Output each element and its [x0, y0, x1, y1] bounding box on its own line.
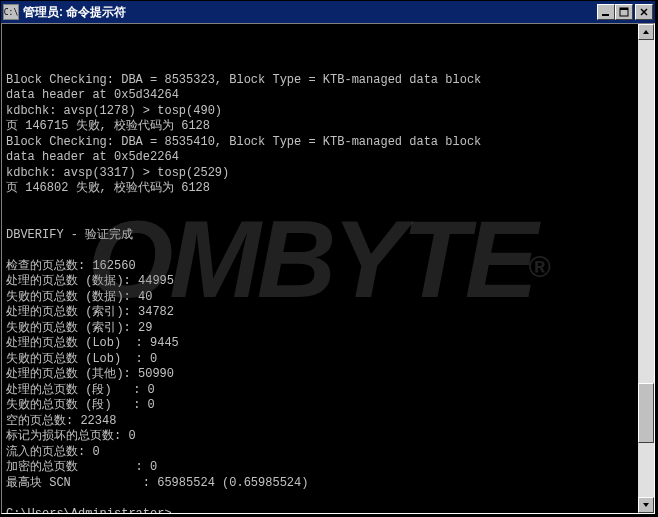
- terminal-line: 流入的页总数: 0: [6, 445, 638, 461]
- terminal-line: C:\Users\Administrator>: [6, 507, 638, 514]
- maximize-icon: [619, 7, 629, 17]
- arrow-down-icon: [642, 501, 650, 509]
- terminal-line: 页 146802 失败, 校验代码为 6128: [6, 181, 638, 197]
- minimize-icon: [601, 7, 611, 17]
- terminal-line: 加密的总页数 : 0: [6, 460, 638, 476]
- terminal-line: [6, 491, 638, 507]
- vertical-scrollbar[interactable]: [638, 24, 654, 513]
- terminal-line: 检查的页总数: 162560: [6, 259, 638, 275]
- terminal-line: data header at 0x5d34264: [6, 88, 638, 104]
- terminal-line: kdbchk: avsp(3317) > tosp(2529): [6, 166, 638, 182]
- minimize-button[interactable]: [597, 4, 615, 20]
- terminal-line: [6, 212, 638, 228]
- scroll-up-button[interactable]: [638, 24, 654, 40]
- client-area: OMBYTE® Block Checking: DBA = 8535323, B…: [1, 23, 655, 514]
- arrow-up-icon: [642, 28, 650, 36]
- terminal-line: Block Checking: DBA = 8535323, Block Typ…: [6, 73, 638, 89]
- scrollbar-track[interactable]: [638, 40, 654, 497]
- terminal-line: 处理的页总数 (其他): 50990: [6, 367, 638, 383]
- terminal-line: 失败的页总数 (索引): 29: [6, 321, 638, 337]
- terminal-line: [6, 197, 638, 213]
- terminal-line: 处理的页总数 (索引): 34782: [6, 305, 638, 321]
- console-window: C:\ 管理员: 命令提示符 OMBYTE® Block Checking: D…: [0, 0, 656, 515]
- title-bar[interactable]: C:\ 管理员: 命令提示符: [1, 1, 655, 23]
- window-title: 管理员: 命令提示符: [23, 4, 597, 21]
- terminal-line: kdbchk: avsp(1278) > tosp(490): [6, 104, 638, 120]
- terminal-line: 失败的页总数 (Lob) : 0: [6, 352, 638, 368]
- terminal-line: 标记为损坏的总页数: 0: [6, 429, 638, 445]
- close-button[interactable]: [635, 4, 653, 20]
- terminal-line: [6, 243, 638, 259]
- terminal-line: data header at 0x5de2264: [6, 150, 638, 166]
- svg-rect-0: [602, 14, 609, 16]
- scroll-down-button[interactable]: [638, 497, 654, 513]
- terminal-line: 处理的页总数 (Lob) : 9445: [6, 336, 638, 352]
- scrollbar-thumb[interactable]: [638, 383, 654, 443]
- terminal-line: 处理的总页数 (段) : 0: [6, 383, 638, 399]
- terminal-line: Block Checking: DBA = 8535410, Block Typ…: [6, 135, 638, 151]
- maximize-button[interactable]: [615, 4, 633, 20]
- terminal-line: 失败的总页数 (段) : 0: [6, 398, 638, 414]
- terminal-line: 空的页总数: 22348: [6, 414, 638, 430]
- system-menu-icon-label: C:\: [4, 8, 18, 17]
- terminal-output[interactable]: OMBYTE® Block Checking: DBA = 8535323, B…: [2, 24, 638, 513]
- terminal-line: DBVERIFY - 验证完成: [6, 228, 638, 244]
- system-menu-icon[interactable]: C:\: [3, 4, 19, 20]
- close-icon: [639, 7, 649, 17]
- terminal-line: 失败的页总数 (数据): 40: [6, 290, 638, 306]
- terminal-line: 最高块 SCN : 65985524 (0.65985524): [6, 476, 638, 492]
- svg-rect-2: [620, 8, 628, 10]
- terminal-line: 页 146715 失败, 校验代码为 6128: [6, 119, 638, 135]
- window-controls: [597, 4, 653, 20]
- terminal-line: 处理的页总数 (数据): 44995: [6, 274, 638, 290]
